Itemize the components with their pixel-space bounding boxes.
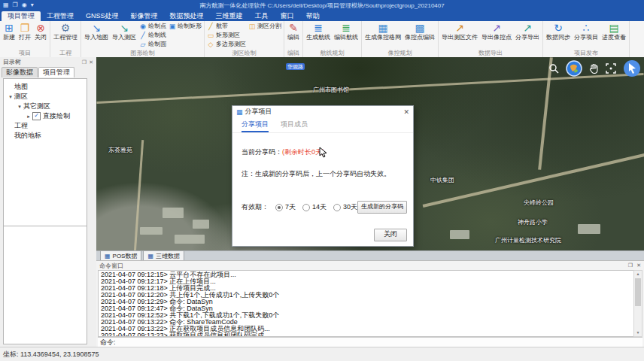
- draw-line-button[interactable]: ╱ 绘制线: [138, 31, 167, 40]
- edit-route-button[interactable]: ≣ 编辑航线: [333, 22, 360, 41]
- log-scrollbar[interactable]: ▲ ▼: [633, 270, 642, 337]
- full-extent-icon[interactable]: [606, 63, 616, 74]
- tab-data-preprocessing[interactable]: 数据预处理: [164, 11, 210, 21]
- search-icon[interactable]: [548, 63, 559, 74]
- data-sync-button[interactable]: ↻ 数据同步: [545, 22, 572, 41]
- pan-hand-icon[interactable]: [589, 63, 599, 74]
- chevron-down-icon[interactable]: ▾: [7, 94, 14, 100]
- project-tree: 地图 ▾ 测区 ▾ 其它测区 ▸ 直接绘制 工程 我的地标: [3, 78, 87, 227]
- project-manage-button[interactable]: ⚙ 工程管理: [52, 22, 79, 41]
- radio-30-days[interactable]: [333, 204, 341, 211]
- tab-help[interactable]: 帮助: [300, 11, 326, 21]
- tree-item-map[interactable]: 地图: [4, 82, 87, 92]
- button-label: 测区分割: [257, 23, 281, 30]
- draw-rectangle-button[interactable]: ▣ 绘制矩形: [168, 22, 202, 31]
- sidebar-tab-project-management[interactable]: 项目管理: [38, 67, 74, 77]
- generate-route-button[interactable]: ≣ 生成航线: [305, 22, 332, 41]
- scroll-down-icon[interactable]: ▼: [634, 329, 642, 336]
- radio-label[interactable]: 7天: [285, 202, 296, 212]
- map-place-label: 神舟路小学: [518, 218, 548, 226]
- generate-gcp-grid-button[interactable]: ▦ 生成像控格网: [363, 22, 402, 41]
- close-dialog-button[interactable]: 关闭: [374, 229, 407, 241]
- button-label: 工程管理: [53, 34, 77, 41]
- tab-3d-reconstruction[interactable]: 三维重建: [210, 11, 249, 21]
- share-project-button[interactable]: ∴ 分享项目: [573, 22, 600, 41]
- tab-image-management[interactable]: 影像管理: [125, 11, 164, 21]
- draw-polygon-button[interactable]: ▱ 绘制面: [138, 40, 167, 49]
- button-label: 像控点编辑: [405, 34, 435, 41]
- dialog-tab-share-project[interactable]: 分享项目: [242, 120, 269, 132]
- export-gcp-button[interactable]: ↗ 导出像控点: [480, 22, 513, 41]
- chevron-right-icon[interactable]: ▸: [25, 114, 32, 120]
- content-area: 华观路 广州市图书馆 东荟雅苑 中铁集团 尖峰岭公园 神舟路小学 广州计量检测技…: [96, 57, 644, 347]
- tab-window[interactable]: 窗口: [275, 11, 300, 21]
- checkbox[interactable]: [32, 112, 41, 120]
- map-building: [175, 235, 205, 244]
- tree-item-survey-area[interactable]: ▾ 测区: [4, 92, 87, 102]
- map-viewport[interactable]: 华观路 广州市图书馆 东荟雅苑 中铁集团 尖峰岭公园 神舟路小学 广州计量检测技…: [96, 57, 644, 250]
- radio-label[interactable]: 14天: [312, 202, 327, 212]
- open-project-button[interactable]: ❐ 打开: [17, 22, 32, 41]
- share-code-note: 注：生成新的分享码后，上一个分享码自动失效。: [242, 169, 390, 179]
- command-prompt-row: 命令:: [98, 337, 642, 347]
- coordinates-readout: 坐标: 113.4369454, 23.1908575: [3, 350, 99, 359]
- gcp-edit-button[interactable]: ▩ 像控点编辑: [403, 22, 436, 41]
- current-share-code-row: 当前分享码：(剩余时长0天): [242, 147, 324, 157]
- share-code-label: 当前分享码：: [242, 148, 282, 156]
- tree-item-my-landmarks[interactable]: 我的地标: [4, 131, 87, 141]
- float-panel-icon[interactable]: ❐: [82, 59, 87, 65]
- progress-view-button[interactable]: ▤ 进度查看: [600, 22, 627, 41]
- button-label: 绘制矩形: [178, 23, 202, 30]
- survey-area-split-icon: ◫: [248, 22, 256, 31]
- generate-share-code-button[interactable]: 生成新的分享码: [357, 201, 407, 214]
- ribbon-group-label: 数据导出: [440, 49, 541, 57]
- float-panel-icon[interactable]: ❐: [628, 262, 633, 268]
- tab-project-management[interactable]: 项目管理: [2, 11, 41, 21]
- new-project-button[interactable]: ⊞ 新建: [2, 22, 17, 41]
- draw-rectangle-icon: ▣: [169, 22, 176, 31]
- mouse-cursor-icon: [319, 147, 327, 161]
- command-input[interactable]: [116, 338, 640, 347]
- ribbon-group-label: 航线规划: [305, 49, 360, 57]
- export-survey-file-button[interactable]: ↗ 导出测区文件: [440, 22, 479, 41]
- ribbon-group-project: ⊞ 新建 ❐ 打开 ⊗ 关闭 项目: [0, 21, 50, 57]
- close-panel-icon[interactable]: ✕: [636, 262, 641, 268]
- tab-engineering-management[interactable]: 工程管理: [41, 11, 80, 21]
- rect-survey-area-icon: ▭: [207, 31, 214, 40]
- radio-label[interactable]: 30天: [343, 202, 357, 212]
- tree-item-engineering[interactable]: 工程: [4, 121, 87, 131]
- share-export-button[interactable]: ↗ 分享导出: [514, 22, 541, 41]
- tree-item-direct-draw[interactable]: ▸ 直接绘制: [22, 111, 87, 121]
- select-cursor-tool-icon[interactable]: [623, 59, 641, 77]
- sidebar-tab-image-data[interactable]: 影像数据: [2, 67, 38, 77]
- tree-item-other-survey-area[interactable]: ▾ 其它测区: [13, 102, 87, 111]
- tab-tools[interactable]: 工具: [249, 11, 275, 21]
- dialog-tab-project-members[interactable]: 项目成员: [281, 120, 308, 132]
- flight-strip-button[interactable]: ╱ 航带: [206, 22, 247, 31]
- edit-button[interactable]: ✎ 编辑: [286, 22, 301, 41]
- chevron-down-icon[interactable]: ▾: [16, 104, 23, 110]
- draw-line-icon: ╱: [139, 31, 147, 40]
- dialog-tabs: 分享项目 项目成员: [232, 117, 413, 133]
- rect-survey-area-button[interactable]: ▭ 矩形测区: [206, 31, 247, 40]
- radio-7-days[interactable]: [275, 204, 283, 211]
- button-label: 绘制点: [148, 23, 166, 30]
- close-panel-icon[interactable]: ✕: [89, 59, 93, 65]
- tree-item-label: 工程: [14, 121, 28, 131]
- import-survey-area-button[interactable]: ↘ 导入测区: [111, 22, 138, 41]
- survey-area-split-button[interactable]: ◫ 测区分割: [248, 22, 282, 31]
- project-manage-icon: ⚙: [61, 22, 71, 34]
- polygon-survey-area-button[interactable]: ◇ 多边形测区: [206, 40, 247, 49]
- draw-point-button[interactable]: ◉ 绘制点: [138, 22, 167, 31]
- button-label: 绘制线: [148, 32, 166, 39]
- import-map-button[interactable]: ↘ 导入地图: [83, 22, 110, 41]
- close-icon[interactable]: ✕: [403, 108, 409, 116]
- close-project-button[interactable]: ⊗ 关闭: [33, 22, 48, 41]
- radio-14-days[interactable]: [302, 204, 310, 211]
- bottom-dock-tabs: ▦ POS数据 ▦ 三维数据: [96, 250, 644, 261]
- dialog-titlebar[interactable]: ▦ 分享项目 ✕: [232, 106, 413, 117]
- globe-icon[interactable]: [566, 60, 582, 77]
- scrollbar-thumb[interactable]: [635, 278, 641, 306]
- tab-gnss-processing[interactable]: GNSS处理: [80, 11, 125, 21]
- scroll-up-icon[interactable]: ▲: [634, 271, 642, 278]
